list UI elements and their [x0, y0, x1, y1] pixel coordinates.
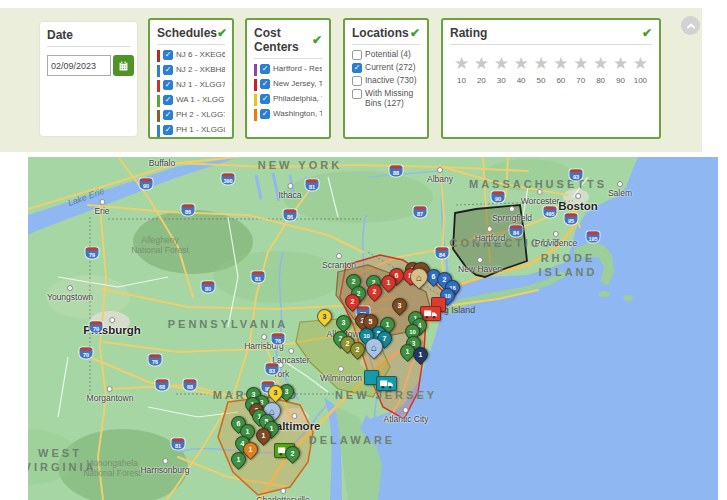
- schedule-label: WA 1 - XLGG79 (...: [176, 95, 225, 104]
- check-icon: ✔: [642, 26, 652, 40]
- map-canvas[interactable]: NEW YORKPENNSYLVANIAMASSACHUSETTSCONNECT…: [28, 157, 718, 500]
- rating-star-40[interactable]: ★40: [512, 55, 531, 85]
- cost-center-checkbox[interactable]: ✓: [260, 109, 270, 119]
- cost-center-label: Hartford - Rese...: [273, 64, 322, 73]
- map-pin[interactable]: 3: [389, 295, 410, 316]
- cost-center-label: New Jersey, Tex...: [273, 79, 322, 88]
- pin-label: 3: [269, 386, 282, 399]
- schedule-checkbox[interactable]: ✓: [163, 50, 173, 60]
- map-pin[interactable]: 1: [410, 344, 431, 365]
- star-icon: ★: [613, 55, 628, 73]
- calendar-button[interactable]: [113, 55, 134, 76]
- rating-value-label: 40: [517, 76, 526, 85]
- cost-center-checkbox[interactable]: ✓: [260, 94, 270, 104]
- schedule-item: ✓NJ 6 - XKEG64 (7...: [157, 50, 225, 62]
- collapse-filters-button[interactable]: [681, 16, 700, 35]
- rating-star-60[interactable]: ★60: [551, 55, 570, 85]
- location-filter-checkbox[interactable]: [352, 50, 362, 60]
- cost-center-checkbox[interactable]: ✓: [260, 79, 270, 89]
- schedules-panel: Schedules✔ ✓NJ 6 - XKEG64 (7...✓NJ 2 - X…: [148, 18, 234, 139]
- star-icon: ★: [454, 55, 469, 73]
- rating-star-70[interactable]: ★70: [571, 55, 590, 85]
- schedule-label: NJ 1 - XLGG77 (7...: [176, 80, 225, 89]
- star-icon: ★: [553, 55, 568, 73]
- map-marker-layer: 2⌂686⌂2221162210233125314105102732⌂21133…: [28, 157, 718, 500]
- rating-star-10[interactable]: ★10: [452, 55, 471, 85]
- rating-panel: Rating✔ ★10★20★30★40★50★60★70★80★90★100: [441, 18, 661, 139]
- rating-value-label: 60: [556, 76, 565, 85]
- schedule-item: ✓NJ 2 - XKBH80 (7...: [157, 65, 225, 77]
- pin-label: 2: [346, 295, 359, 308]
- schedule-checkbox[interactable]: ✓: [163, 80, 173, 90]
- pin-label: 1: [382, 276, 395, 289]
- cost-center-item: ✓Washington, Te...: [254, 109, 322, 121]
- cost-center-label: Washington, Te...: [273, 109, 322, 118]
- locations-panel: Locations✔ Potential (4)✓Current (272)In…: [343, 18, 429, 139]
- date-input[interactable]: [47, 55, 111, 76]
- star-icon: ★: [514, 55, 529, 73]
- star-icon: ★: [474, 55, 489, 73]
- schedule-checkbox[interactable]: ✓: [163, 125, 173, 135]
- color-bar-icon: [157, 110, 160, 122]
- cost-center-checkbox[interactable]: ✓: [260, 64, 270, 74]
- location-filter-item: Inactive (730): [352, 76, 420, 86]
- map-pin[interactable]: 3: [314, 306, 335, 327]
- rating-star-90[interactable]: ★90: [611, 55, 630, 85]
- pin-label: 1: [414, 348, 427, 361]
- schedule-label: NJ 2 - XKBH80 (7...: [176, 65, 225, 74]
- check-icon: ✔: [312, 33, 322, 47]
- rating-value-label: 70: [576, 76, 585, 85]
- rating-star-20[interactable]: ★20: [472, 55, 491, 85]
- schedule-label: PH 1 - XLGG80 (7...: [176, 125, 225, 134]
- check-icon: ✔: [217, 26, 227, 40]
- star-icon: ★: [533, 55, 548, 73]
- schedule-checkbox[interactable]: ✓: [163, 65, 173, 75]
- map-pin[interactable]: 3: [333, 312, 354, 333]
- pin-label: 2: [286, 447, 299, 460]
- location-filter-label: With Missing Bins (127): [365, 89, 420, 109]
- color-bar-icon: [254, 109, 257, 121]
- pin-label: 1: [257, 429, 270, 442]
- schedule-checkbox[interactable]: ✓: [163, 110, 173, 120]
- rating-panel-title: Rating: [450, 26, 487, 40]
- rating-star-80[interactable]: ★80: [591, 55, 610, 85]
- pin-label: ⌂: [366, 339, 382, 355]
- rating-value-label: 30: [497, 76, 506, 85]
- chevron-up-icon: [686, 21, 696, 31]
- cost-center-item: ✓Hartford - Rese...: [254, 64, 322, 76]
- location-filter-label: Potential (4): [365, 50, 411, 60]
- pin-label: 2: [351, 343, 364, 356]
- location-filter-checkbox[interactable]: [352, 76, 362, 86]
- cost-center-item: ✓New Jersey, Tex...: [254, 79, 322, 91]
- truck-icon: [423, 309, 438, 319]
- location-filter-checkbox[interactable]: ✓: [352, 63, 362, 73]
- schedules-panel-title: Schedules: [157, 26, 217, 40]
- pin-label: 2: [368, 285, 381, 298]
- map-pin[interactable]: 2: [282, 443, 303, 464]
- pin-label: 3: [337, 316, 350, 329]
- schedule-checkbox[interactable]: ✓: [163, 95, 173, 105]
- color-bar-icon: [157, 65, 160, 77]
- pin-label: 3: [318, 310, 331, 323]
- color-bar-icon: [254, 79, 257, 91]
- rating-value-label: 50: [537, 76, 546, 85]
- pin-label: ⌂: [411, 269, 427, 285]
- location-filter-item: ✓Current (272): [352, 63, 420, 73]
- pin-label: 3: [393, 299, 406, 312]
- schedule-item: ✓PH 2 - XLGG78 (7...: [157, 110, 225, 122]
- location-filter-checkbox[interactable]: [352, 89, 362, 99]
- rating-star-50[interactable]: ★50: [532, 55, 551, 85]
- star-icon: ★: [633, 55, 648, 73]
- cost-centers-panel-title: Cost Centers: [254, 26, 312, 54]
- check-icon: ✔: [410, 26, 420, 40]
- calendar-icon: [119, 60, 128, 72]
- star-icon: ★: [573, 55, 588, 73]
- color-bar-icon: [157, 95, 160, 107]
- color-bar-icon: [157, 125, 160, 137]
- pin-label: 1: [232, 453, 245, 466]
- schedule-label: PH 2 - XLGG78 (7...: [176, 110, 225, 119]
- truck-marker[interactable]: [376, 376, 397, 391]
- rating-star-30[interactable]: ★30: [492, 55, 511, 85]
- filter-bar: Date Schedules✔ ✓NJ 6 - XKEG64 (7...✓NJ …: [0, 8, 702, 152]
- rating-star-100[interactable]: ★100: [631, 55, 650, 85]
